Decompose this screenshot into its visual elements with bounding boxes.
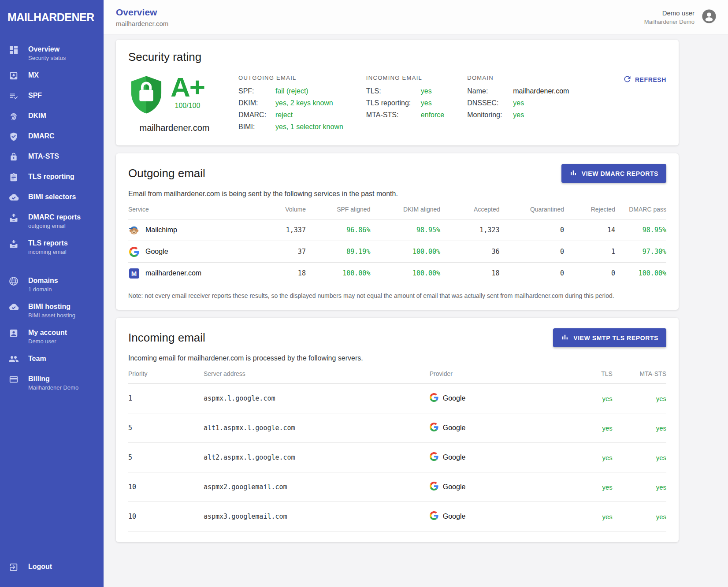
sidebar-item-sublabel: Mailhardener Demo xyxy=(28,384,78,391)
cell-quarantined: 0 xyxy=(499,263,564,284)
incoming-email-table: Priority Server address Provider TLS MTA… xyxy=(128,365,666,531)
app-logo: MAILHARDENER xyxy=(0,0,104,34)
security-grade-letter: A+ xyxy=(171,74,204,100)
table-row: 10 aspmx2.googlemail.com Google yes yes xyxy=(128,472,666,502)
user-org: Mailhardener Demo xyxy=(644,19,695,25)
sidebar-item-sublabel: BIMI asset hosting xyxy=(28,312,75,319)
sidebar-item-domains[interactable]: Domains 1 domain xyxy=(0,271,104,297)
section-label: INCOMING EMAIL xyxy=(366,74,444,81)
section-label: DOMAIN xyxy=(467,74,569,81)
sidebar-item-bimi-selectors[interactable]: BIMI selectors xyxy=(0,187,104,208)
view-smtp-tls-reports-button[interactable]: VIEW SMTP TLS REPORTS xyxy=(553,328,666,347)
cell-accepted: 1,323 xyxy=(440,219,499,241)
refresh-button[interactable]: REFRESH xyxy=(623,74,666,85)
playlist-check-icon xyxy=(8,90,19,102)
sidebar-item-dmarc[interactable]: DMARC xyxy=(0,126,104,147)
bar-chart-icon xyxy=(561,333,573,342)
tray-up-icon xyxy=(8,212,19,223)
cell-rejected: 0 xyxy=(564,263,615,284)
people-icon xyxy=(8,353,19,365)
sidebar-item-mta-sts[interactable]: MTA-STS xyxy=(0,147,104,167)
cell-dmarc-pass: 98.95% xyxy=(615,219,666,241)
security-rating-title: Security rating xyxy=(128,50,666,64)
cell-spf: 89.19% xyxy=(306,241,371,263)
table-row: Mailchimp 1,337 96.86% 98.95% 1,323 0 14… xyxy=(128,219,666,241)
sidebar-item-dkim[interactable]: DKIM xyxy=(0,106,104,126)
sidebar-item-spf[interactable]: SPF xyxy=(0,86,104,106)
kv-value: mailhardener.com xyxy=(513,87,569,95)
cloud-check-icon xyxy=(8,192,19,203)
tray-down-icon xyxy=(8,238,19,249)
outgoing-email-table: Service Volume SPF aligned DKIM aligned … xyxy=(128,201,666,284)
table-row: Google 37 89.19% 100.00% 36 0 1 97.30% xyxy=(128,241,666,263)
security-grade-score: 100/100 xyxy=(171,102,204,110)
security-grade: A+ 100/100 mailhardener.com xyxy=(128,74,238,133)
column-header: Volume xyxy=(252,201,306,219)
sidebar-item-tls-reporting[interactable]: TLS reporting xyxy=(0,167,104,187)
column-header: TLS xyxy=(569,365,613,384)
sidebar-item-my-account[interactable]: My account Demo user xyxy=(0,323,104,349)
incoming-email-summary: INCOMING EMAIL TLS:yes TLS reporting:yes… xyxy=(366,74,444,123)
cell-mta-sts: yes xyxy=(613,413,666,443)
avatar[interactable] xyxy=(702,9,717,26)
provider-name: Google xyxy=(443,513,466,520)
cell-accepted: 18 xyxy=(440,263,499,284)
cell-volume: 37 xyxy=(252,241,306,263)
sidebar-item-bimi-hosting[interactable]: BIMI hosting BIMI asset hosting xyxy=(0,297,104,323)
kv-key: DMARC: xyxy=(238,111,275,119)
google-icon xyxy=(430,482,443,492)
sidebar-item-billing[interactable]: Billing Mailhardener Demo xyxy=(0,369,104,395)
cell-priority: 5 xyxy=(128,443,204,472)
cell-quarantined: 0 xyxy=(499,219,564,241)
view-dmarc-reports-button[interactable]: VIEW DMARC REPORTS xyxy=(561,164,666,183)
google-icon xyxy=(430,423,443,433)
kv-value: yes, 1 selector known xyxy=(275,123,343,131)
cell-dkim: 100.00% xyxy=(370,241,440,263)
cell-mta-sts: yes xyxy=(613,443,666,472)
table-row: M mailhardener.com 18 100.00% 100.00% 18… xyxy=(128,263,666,284)
sidebar-item-label: SPF xyxy=(28,90,42,100)
cell-rejected: 1 xyxy=(564,241,615,263)
sidebar-item-mx[interactable]: MX xyxy=(0,66,104,86)
cell-dmarc-pass: 100.00% xyxy=(615,263,666,284)
globe-icon xyxy=(8,275,19,287)
kv-key: BIMI: xyxy=(238,123,275,131)
shield-check-icon xyxy=(8,131,19,142)
incoming-email-card: Incoming email VIEW SMTP TLS REPORTS Inc… xyxy=(116,318,679,542)
page-subtitle: mailhardener.com xyxy=(116,20,168,27)
clipboard-icon xyxy=(8,171,19,183)
provider-name: Google xyxy=(443,424,466,432)
cell-mta-sts: yes xyxy=(613,502,666,531)
sidebar-item-sublabel: Security status xyxy=(28,55,66,61)
outgoing-email-subtitle: Email from mailhardener.com is being sen… xyxy=(128,190,666,198)
sidebar-item-dmarc-reports[interactable]: DMARC reports outgoing email xyxy=(0,208,104,234)
refresh-icon xyxy=(623,74,635,85)
mailchimp-icon xyxy=(128,224,140,236)
kv-value: yes xyxy=(513,99,524,107)
sidebar-item-logout[interactable]: Logout xyxy=(0,557,104,577)
cell-accepted: 36 xyxy=(440,241,499,263)
outgoing-email-summary: OUTGOING EMAIL SPF:fail (reject) DKIM:ye… xyxy=(238,74,343,135)
cell-server: aspmx3.googlemail.com xyxy=(204,502,430,531)
cell-dkim: 98.95% xyxy=(370,219,440,241)
cell-server: aspmx2.googlemail.com xyxy=(204,472,430,502)
sidebar: MAILHARDENER Overview Security status MX xyxy=(0,0,104,587)
provider-name: Google xyxy=(443,453,466,461)
cell-volume: 1,337 xyxy=(252,219,306,241)
top-header: Overview mailhardener.com Demo user Mail… xyxy=(104,0,728,34)
incoming-email-title: Incoming email xyxy=(128,331,205,345)
sidebar-item-label: My account xyxy=(28,327,67,337)
cell-priority: 10 xyxy=(128,472,204,502)
sidebar-item-team[interactable]: Team xyxy=(0,349,104,369)
kv-key: SPF: xyxy=(238,87,275,95)
cell-tls: yes xyxy=(569,502,613,531)
sidebar-item-overview[interactable]: Overview Security status xyxy=(0,40,104,66)
sidebar-item-tls-reports[interactable]: TLS reports incoming email xyxy=(0,234,104,260)
provider-name: Google xyxy=(443,394,466,402)
content-area: Overview mailhardener.com Demo user Mail… xyxy=(104,0,728,587)
google-icon xyxy=(430,393,443,404)
sidebar-nav: Overview Security status MX SPF xyxy=(0,40,104,395)
cell-priority: 10 xyxy=(128,502,204,531)
credit-card-icon xyxy=(8,374,19,385)
refresh-label: REFRESH xyxy=(635,76,666,83)
